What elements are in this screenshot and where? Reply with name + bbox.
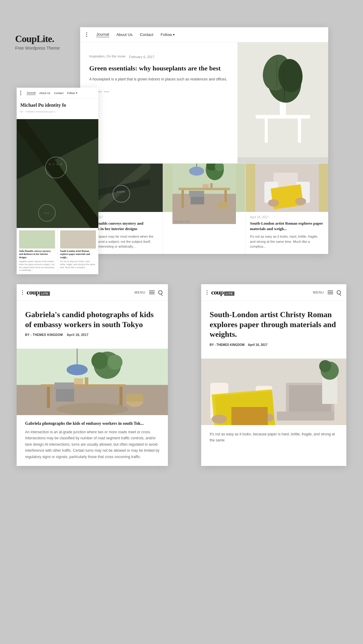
article-yellow-svg [255, 164, 319, 212]
svg-text:April 18, 2017: April 18, 2017 [174, 220, 191, 223]
small-nav-follow-link[interactable]: Follow [67, 92, 75, 95]
small-mockup: Journal About Us Contact Follow ▾ Michae… [17, 88, 98, 274]
right-menu-line-2 [328, 292, 333, 293]
nav-item-follow[interactable]: Follow [161, 32, 172, 37]
brand-name: CoupLite. [15, 33, 60, 44]
bottom-right-mockup: coup LITE MENU South-London artist Chris… [201, 284, 346, 466]
svg-rect-62 [126, 394, 143, 402]
article-card-3: April 18, 2017 South-London artist Roman… [246, 164, 328, 254]
bottom-left-logo: coup LITE [27, 288, 50, 296]
svg-rect-2 [265, 119, 268, 143]
nav-item-about[interactable]: About Us [116, 32, 132, 37]
hero-image [237, 42, 328, 163]
svg-point-36 [268, 199, 279, 207]
bottom-left-img [17, 349, 168, 415]
bottom-left-nav: coup LITE MENU [17, 284, 168, 301]
svg-point-52 [91, 352, 108, 369]
bottom-right-svg [201, 359, 346, 425]
bottom-left-meta-by: BY : THEMES KINGDOM [25, 333, 63, 337]
bottom-left-brand-lite: LITE [40, 291, 50, 296]
bottom-right-nav-dots[interactable] [207, 290, 208, 295]
svg-rect-18 [182, 190, 184, 208]
menu-line-1 [149, 291, 155, 291]
small-dot-3 [20, 94, 21, 95]
bottom-left-menu-icon[interactable] [149, 291, 155, 294]
articles-grid: OVER April 19, 2017 Julia Donalds convey… [80, 163, 328, 254]
svg-point-71 [319, 360, 331, 372]
bottom-section: coup LITE MENU Gabriela's candid photogr… [17, 284, 346, 466]
small-nav-dots[interactable] [20, 91, 21, 95]
svg-text:OVER: OVER [117, 191, 126, 193]
nav-dot-1 [86, 32, 87, 33]
bottom-right-meta-date: April 16, 2017 [248, 343, 267, 346]
svg-text:O V E R: O V E R [49, 163, 63, 165]
bottom-right-brand-name: coup [211, 288, 224, 296]
bottom-right-img [201, 359, 346, 425]
small-dot-2 [20, 93, 21, 93]
svg-rect-26 [189, 191, 204, 197]
article-title-3: South-London artist Roman explores paper… [250, 221, 324, 232]
svg-text:OVE: OVE [44, 212, 50, 214]
bottom-right-article-meta: BY : THEMES KINGDOM April 16, 2017 [210, 343, 338, 346]
hero-category: Inspiration, On the move [89, 54, 126, 58]
hero-section: Inspiration, On the move February 6, 201… [80, 42, 328, 163]
bottom-left-article-title: Gabriela's candid photographs of kids of… [25, 310, 159, 330]
small-articles-row: Julia Donalds conveys mystery and darkne… [17, 228, 98, 274]
nav-item-follow-wrapper[interactable]: Follow ▾ [161, 32, 175, 37]
svg-point-29 [218, 202, 229, 209]
bottom-left-text-area: Gabriela photographs the kids of embassy… [17, 415, 168, 466]
bottom-left-nav-dots[interactable] [22, 290, 23, 295]
main-mockup: Journal About Us Contact Follow ▾ Inspir… [80, 27, 328, 254]
article-excerpt-3: It's not as easy as it looks, hard, brit… [250, 234, 324, 249]
svg-rect-28 [210, 183, 213, 188]
article-img-3 [246, 164, 328, 212]
bottom-left-dot-2 [22, 292, 23, 293]
bottom-right-meta-by: BY : THEMES KINGDOM [210, 343, 244, 346]
nav-menu-dots[interactable] [86, 32, 87, 37]
svg-point-50 [67, 364, 88, 375]
hero-date: February 6, 2017 [129, 55, 155, 59]
bottom-right-search-icon[interactable] [337, 290, 341, 294]
small-nav-follow[interactable]: Follow ▾ [67, 92, 77, 95]
small-article-excerpt-2: It's not as easy as it looks, hard, brit… [60, 260, 96, 269]
small-dot-1 [20, 91, 21, 92]
svg-point-63 [56, 403, 129, 415]
indicator-3[interactable] [104, 91, 109, 92]
menu-line-3 [149, 294, 155, 294]
svg-rect-27 [203, 184, 209, 188]
nav-item-journal[interactable]: Journal [96, 32, 109, 37]
bottom-left-brand-name: coup [27, 288, 39, 296]
bottom-right-nav: coup LITE MENU [201, 284, 346, 301]
brand-section: CoupLite. Free Wordpress Theme [15, 33, 60, 50]
small-hero-svg: O V E R OVE [17, 119, 98, 228]
article-img-2: April 18, 2017 [163, 164, 246, 212]
svg-rect-60 [54, 382, 74, 389]
right-menu-line-1 [328, 291, 333, 291]
svg-point-76 [212, 415, 227, 424]
small-hero-title: Michael Pu identity fo [20, 102, 95, 109]
small-article-2: South-London artist Roman explores paper… [58, 228, 99, 274]
article-content-3: April 18, 2017 South-London artist Roman… [246, 212, 328, 254]
nav-item-contact[interactable]: Contact [140, 32, 153, 37]
hero-description: A houseplant is a plant that is grown in… [89, 76, 228, 82]
svg-rect-58 [85, 377, 88, 384]
small-article-title-1: Julia Donalds conveys mystery and darkne… [19, 250, 55, 259]
bottom-right-menu-icon[interactable] [328, 291, 333, 294]
bottom-left-nav-right: MENU [135, 290, 162, 294]
small-article-title-2: South-London artist Roman explores paper… [60, 250, 96, 259]
bottom-right-article-title: South-London artist Christy Roman explor… [210, 310, 338, 340]
bottom-right-dot-3 [207, 294, 208, 295]
small-nav-about[interactable]: About Us [39, 92, 51, 95]
svg-rect-78 [231, 407, 268, 425]
article-card-2: April 18, 2017 [163, 164, 246, 254]
svg-rect-68 [277, 411, 334, 421]
small-article-excerpt-1: Negative space may be most evident when … [19, 260, 55, 272]
svg-rect-57 [74, 378, 83, 384]
small-nav-contact[interactable]: Contact [54, 92, 64, 95]
bottom-left-dot-3 [22, 294, 23, 295]
svg-rect-48 [17, 349, 168, 385]
svg-rect-3 [298, 119, 301, 143]
small-hero-meta: BY : THEMES KINGDOM April 2... [20, 110, 95, 113]
small-nav-journal[interactable]: Journal [27, 91, 36, 95]
bottom-left-search-icon[interactable] [158, 290, 162, 294]
